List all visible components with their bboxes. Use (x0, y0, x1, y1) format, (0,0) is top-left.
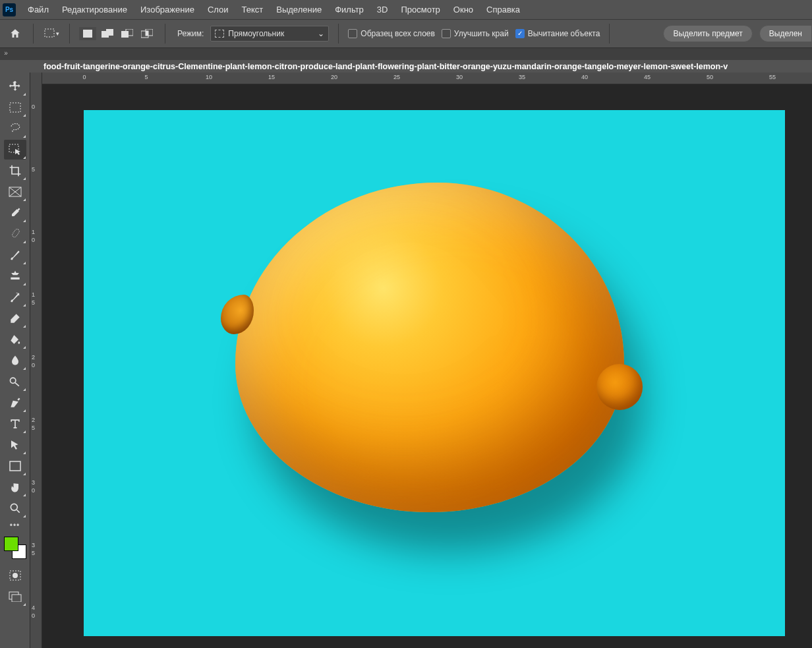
path-selection-tool[interactable] (4, 435, 26, 455)
menu-bar: Ps ФайлРедактированиеИзображениеСлоиТекс… (0, 0, 812, 20)
ruler-tick: 0 (32, 237, 35, 243)
move-tool[interactable] (4, 76, 26, 96)
chevron-down-icon: ⌄ (318, 29, 324, 38)
ruler-tick: 40 (581, 74, 588, 80)
foreground-color-swatch[interactable] (4, 537, 18, 551)
svg-rect-4 (121, 31, 129, 38)
edit-toolbar-button[interactable]: ••• (4, 521, 26, 530)
svg-rect-21 (12, 595, 21, 602)
quick-mask-tool[interactable] (4, 566, 26, 585)
sample-all-layers-checkbox[interactable]: Образец всех слоев (348, 29, 435, 38)
checkbox-label: Образец всех слоев (361, 29, 435, 38)
ruler-tick: 2 (32, 354, 35, 361)
select-and-mask-button[interactable]: Выделен (759, 25, 812, 42)
brush-tool[interactable] (4, 245, 26, 265)
ruler-tick: 2 (32, 417, 35, 423)
menu-item-Слои[interactable]: Слои (202, 2, 234, 17)
ruler-tick: 4 (32, 604, 35, 611)
image-content (235, 183, 624, 512)
menu-item-Файл[interactable]: Файл (22, 2, 54, 17)
ruler-tick: 3 (32, 542, 35, 548)
ruler-tick: 1 (32, 229, 35, 235)
crop-tool[interactable] (4, 161, 26, 181)
document-canvas[interactable] (84, 110, 785, 636)
menu-item-Окно[interactable]: Окно (448, 2, 478, 17)
panel-flyout-icon[interactable]: » (0, 48, 12, 58)
separator (165, 24, 165, 44)
svg-rect-16 (10, 461, 20, 471)
svg-rect-1 (83, 30, 92, 38)
svg-point-15 (10, 378, 15, 383)
select-subject-button[interactable]: Выделить предмет (663, 25, 752, 42)
home-button[interactable] (7, 27, 24, 40)
ruler-tick: 5 (32, 166, 35, 173)
ruler-tick: 15 (268, 74, 275, 80)
ruler-tick: 10 (206, 74, 212, 80)
current-tool-icon[interactable]: ▾ (43, 27, 60, 40)
clone-stamp-tool[interactable] (4, 266, 26, 286)
checkbox-label: Улучшить край (454, 29, 509, 38)
app-logo: Ps (3, 3, 16, 16)
mode-new-icon[interactable] (79, 27, 96, 40)
mode-select-value: Прямоугольник (228, 29, 284, 38)
selection-mode-group (79, 27, 156, 40)
menu-item-Изображение[interactable]: Изображение (135, 2, 200, 17)
menu-item-Справка[interactable]: Справка (481, 2, 525, 17)
frame-tool[interactable] (4, 182, 26, 202)
history-brush-tool[interactable] (4, 287, 26, 307)
hand-tool[interactable] (4, 477, 26, 497)
marquee-tool[interactable] (4, 98, 26, 117)
blur-tool[interactable] (4, 351, 26, 370)
separator (69, 24, 70, 44)
ruler-tick: 0 (32, 612, 35, 619)
mode-intersect-icon[interactable] (138, 27, 156, 40)
ruler-tick: 5 (32, 550, 35, 556)
separator (609, 24, 610, 44)
menu-item-Редактирование[interactable]: Редактирование (57, 2, 132, 17)
separator (33, 24, 34, 44)
ruler-tick: 25 (393, 74, 400, 80)
ruler-tick: 0 (82, 74, 86, 80)
eraser-tool[interactable] (4, 309, 26, 328)
tool-panel: ••• (0, 73, 30, 648)
ruler-tick: 1 (32, 291, 35, 298)
dodge-tool[interactable] (4, 372, 26, 392)
ruler-tick: 0 (32, 487, 35, 494)
ruler-tick: 5 (144, 74, 148, 80)
mode-subtract-icon[interactable] (119, 27, 136, 40)
menu-item-Фильтр[interactable]: Фильтр (330, 2, 369, 17)
options-bar: ▾ Режим: Прямоугольник ⌄ Образец всех сл… (0, 20, 812, 48)
zoom-tool[interactable] (4, 498, 26, 518)
horizontal-ruler[interactable]: 0510152025303540455055 (42, 73, 812, 84)
eyedropper-tool[interactable] (4, 203, 26, 223)
menu-item-3D[interactable]: 3D (372, 2, 393, 17)
pen-tool[interactable] (4, 393, 26, 413)
object-selection-tool[interactable] (4, 140, 26, 160)
healing-brush-tool[interactable] (4, 224, 26, 244)
menu-item-Выделение[interactable]: Выделение (271, 2, 327, 17)
ruler-tick: 5 (32, 299, 35, 306)
lasso-tool[interactable] (4, 119, 26, 138)
menu-item-Текст[interactable]: Текст (237, 2, 269, 17)
document-title: food-fruit-tangerine-orange-citrus-Cleme… (41, 60, 812, 73)
mode-add-icon[interactable] (99, 27, 116, 40)
svg-point-17 (11, 504, 17, 510)
paint-bucket-tool[interactable] (4, 330, 26, 349)
rectangle-icon (215, 30, 224, 38)
checkbox-box: ✓ (515, 29, 525, 38)
ruler-tick: 50 (707, 74, 713, 80)
canvas-area[interactable] (42, 84, 812, 648)
mode-select[interactable]: Прямоугольник ⌄ (210, 26, 329, 42)
type-tool[interactable] (4, 414, 26, 434)
enhance-edge-checkbox[interactable]: Улучшить край (442, 29, 509, 38)
screen-mode-tool[interactable] (4, 587, 26, 606)
object-subtract-checkbox[interactable]: ✓ Вычитание объекта (515, 29, 600, 38)
ruler-tick: 55 (769, 74, 776, 80)
svg-rect-0 (45, 29, 54, 37)
color-swatches[interactable] (4, 537, 26, 559)
vertical-ruler[interactable]: 0510152025303540 (30, 73, 42, 648)
shape-tool[interactable] (4, 456, 26, 476)
ruler-tick: 3 (32, 479, 35, 486)
svg-rect-14 (11, 228, 20, 238)
menu-item-Просмотр[interactable]: Просмотр (395, 2, 445, 17)
